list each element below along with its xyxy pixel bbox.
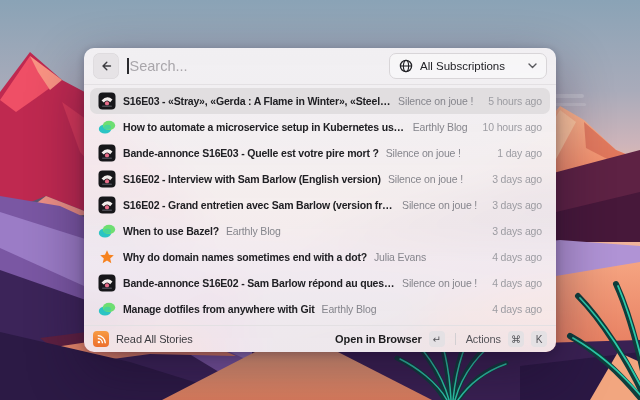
list-item[interactable]: When to use Bazel? Earthly Blog 3 days a…	[90, 218, 550, 244]
item-source: Earthly Blog	[322, 303, 377, 315]
footer-bar: Read All Stories Open in Browser ↵ Actio…	[84, 326, 556, 352]
actions-button[interactable]: Actions	[466, 333, 501, 345]
search-input[interactable]	[130, 58, 382, 74]
globe-icon	[399, 59, 413, 73]
soj-artwork-icon	[98, 144, 116, 162]
filter-label: All Subscriptions	[420, 60, 505, 72]
star-icon	[98, 248, 116, 266]
open-in-browser-button[interactable]: Open in Browser	[335, 333, 422, 345]
rss-search-window: All Subscriptions S16E03 - «Stray», «Ger…	[84, 48, 556, 352]
footer-separator	[455, 333, 456, 345]
item-source: Silence on joue !	[398, 95, 473, 107]
item-source: Earthly Blog	[413, 121, 468, 133]
item-time: 3 days ago	[484, 199, 542, 211]
item-time: 1 day ago	[489, 147, 542, 159]
list-item[interactable]: S16E03 - «Stray», «Gerda : A Flame in Wi…	[90, 88, 550, 114]
item-source: Silence on joue !	[402, 277, 477, 289]
list-item[interactable]: Manage dotfiles from anywhere with Git E…	[90, 296, 550, 322]
back-button[interactable]	[93, 53, 119, 79]
soj-artwork-icon	[98, 196, 116, 214]
arrow-left-icon	[100, 60, 112, 72]
list-item[interactable]: Why do domain names sometimes end with a…	[90, 244, 550, 270]
item-source: Silence on joue !	[402, 199, 477, 211]
list-item[interactable]: S16E02 - Interview with Sam Barlow (Engl…	[90, 166, 550, 192]
earthly-icon	[98, 300, 116, 318]
item-title: When to use Bazel?	[123, 225, 219, 237]
item-time: 4 days ago	[484, 277, 542, 289]
item-time: 5 hours ago	[480, 95, 542, 107]
text-caret	[127, 58, 129, 74]
earthly-icon	[98, 118, 116, 136]
earthly-icon	[98, 222, 116, 240]
item-title: Manage dotfiles from anywhere with Git	[123, 303, 315, 315]
item-title: Why do domain names sometimes end with a…	[123, 251, 367, 263]
list-item[interactable]: Bande-annonce S16E02 - Sam Barlow répond…	[90, 270, 550, 296]
item-title: Bande-annonce S16E02 - Sam Barlow répond…	[123, 277, 395, 289]
chevron-down-icon	[528, 63, 537, 69]
search-bar: All Subscriptions	[84, 48, 556, 84]
soj-artwork-icon	[98, 170, 116, 188]
item-title: How to automate a microservice setup in …	[123, 121, 406, 133]
item-time: 3 days ago	[484, 173, 542, 185]
read-all-stories-label: Read All Stories	[116, 333, 193, 345]
search-field-wrap	[127, 58, 381, 74]
item-title: S16E03 - «Stray», «Gerda : A Flame in Wi…	[123, 95, 391, 107]
item-source: Julia Evans	[374, 251, 426, 263]
item-time: 4 days ago	[484, 251, 542, 263]
item-source: Silence on joue !	[386, 147, 461, 159]
item-title: S16E02 - Interview with Sam Barlow (Engl…	[123, 173, 381, 185]
subscriptions-filter-dropdown[interactable]: All Subscriptions	[389, 53, 547, 79]
item-time: 4 days ago	[484, 303, 542, 315]
list-item[interactable]: How to automate a microservice setup in …	[90, 114, 550, 140]
list-item[interactable]: Bande-annonce S16E03 - Quelle est votre …	[90, 140, 550, 166]
soj-artwork-icon	[98, 274, 116, 292]
k-key-badge: K	[531, 331, 547, 347]
rss-icon	[93, 331, 109, 347]
command-key-badge: ⌘	[508, 331, 524, 347]
item-title: S16E02 - Grand entretien avec Sam Barlow…	[123, 199, 395, 211]
item-source: Silence on joue !	[388, 173, 463, 185]
item-time: 3 days ago	[484, 225, 542, 237]
list-item[interactable]: S16E02 - Grand entretien avec Sam Barlow…	[90, 192, 550, 218]
item-title: Bande-annonce S16E03 - Quelle est votre …	[123, 147, 379, 159]
item-source: Earthly Blog	[226, 225, 281, 237]
item-time: 10 hours ago	[475, 121, 543, 133]
results-list: S16E03 - «Stray», «Gerda : A Flame in Wi…	[84, 85, 556, 325]
return-key-badge: ↵	[429, 331, 445, 347]
soj-artwork-icon	[98, 92, 116, 110]
